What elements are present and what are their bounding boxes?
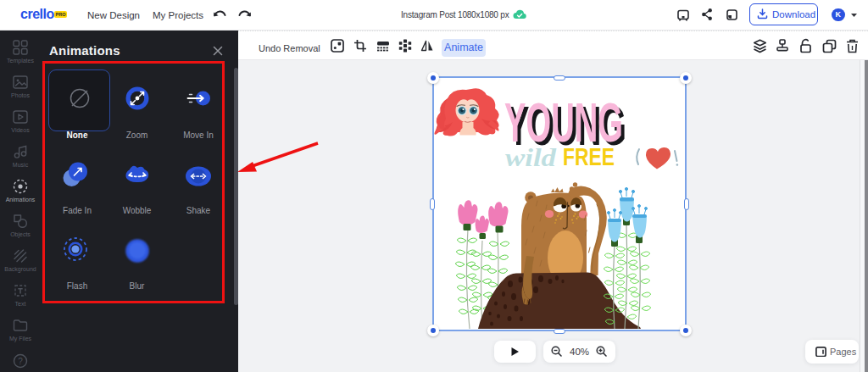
svg-text:?: ? bbox=[18, 357, 23, 366]
